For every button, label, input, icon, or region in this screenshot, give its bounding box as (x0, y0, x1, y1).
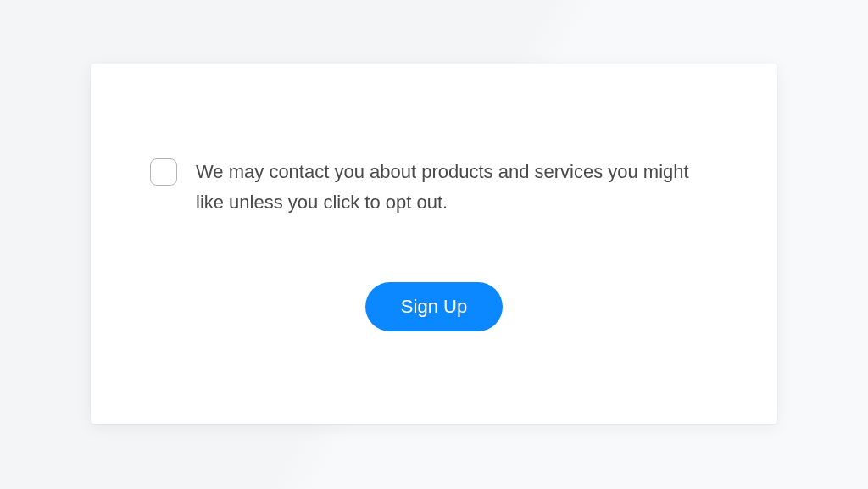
consent-row: We may contact you about products and se… (150, 157, 718, 219)
consent-checkbox[interactable] (150, 158, 177, 186)
signup-card: We may contact you about products and se… (91, 64, 777, 424)
consent-label: We may contact you about products and se… (196, 157, 718, 219)
signup-button[interactable]: Sign Up (365, 282, 503, 331)
